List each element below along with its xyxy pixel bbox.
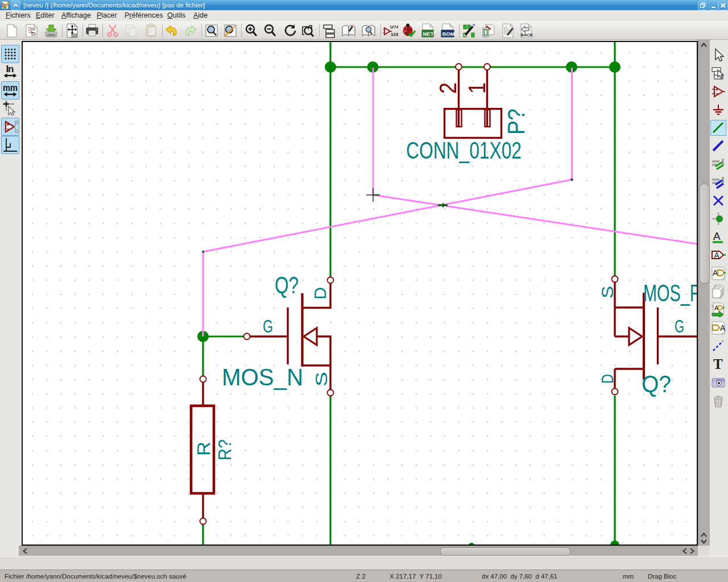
svg-text:BOM: BOM — [442, 31, 455, 37]
svg-text:2: 2 — [435, 82, 461, 94]
svg-text:T: T — [713, 357, 723, 372]
svg-text:123: 123 — [391, 32, 398, 37]
svg-text:U?A: U?A — [390, 24, 398, 30]
svg-text:A: A — [713, 230, 721, 242]
svg-text:Q?: Q? — [275, 272, 299, 298]
svg-text:D: D — [598, 374, 617, 384]
svg-text:MOS_P: MOS_P — [643, 280, 697, 306]
svg-text:A: A — [720, 323, 726, 332]
svg-text:mm: mm — [3, 83, 18, 93]
svg-text:1: 1 — [464, 82, 490, 94]
svg-text:G: G — [263, 316, 273, 336]
svg-text:MOS_N: MOS_N — [222, 364, 303, 390]
svg-text:S: S — [598, 286, 617, 298]
svg-text:D: D — [311, 287, 329, 300]
svg-text:A: A — [714, 251, 720, 260]
svg-text:P?: P? — [503, 109, 530, 135]
svg-text:G: G — [675, 316, 684, 336]
svg-text:In: In — [6, 64, 14, 74]
svg-text:NET: NET — [423, 31, 434, 37]
svg-text:S: S — [312, 372, 330, 386]
svg-text:R: R — [193, 442, 214, 456]
svg-text:CONN_01X02: CONN_01X02 — [406, 137, 522, 164]
svg-text:Q?: Q? — [642, 371, 671, 397]
svg-text:BACK: BACK — [521, 32, 533, 38]
svg-text:R?: R? — [214, 439, 235, 460]
